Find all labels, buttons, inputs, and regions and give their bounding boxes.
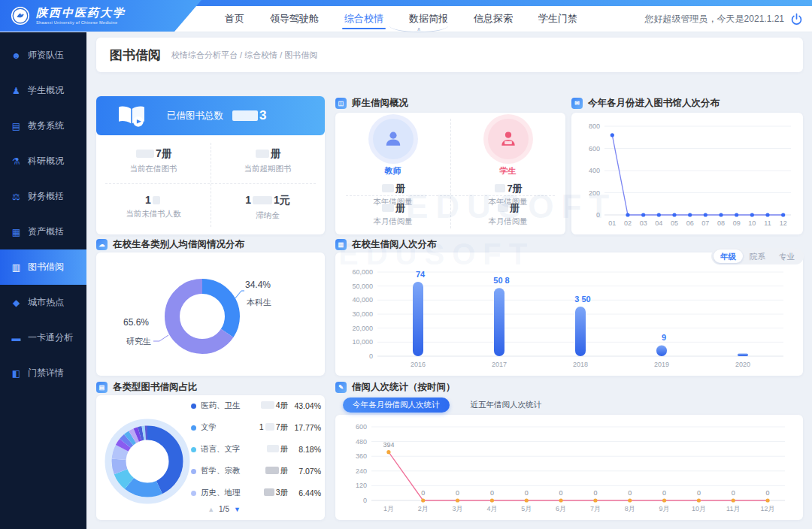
hotspot-icon: ◆	[11, 298, 21, 308]
five-year-stat-button[interactable]: 近五年借阅人次统计	[471, 400, 542, 410]
category-donut-chart	[96, 252, 325, 376]
open-book-icon	[116, 104, 147, 128]
svg-text:2018: 2018	[573, 361, 588, 368]
svg-text:3月: 3月	[453, 505, 463, 512]
sidebar-item-onecard-analysis[interactable]: ▬一卡通分析	[0, 320, 86, 355]
legend-item-language: 语言、文字 册 8.18%	[191, 442, 323, 457]
tab-major[interactable]: 专业	[772, 249, 801, 263]
sidebar-item-access-detail[interactable]: ◧门禁详情	[0, 355, 86, 391]
sidebar-item-city-hotspot[interactable]: ◆城市热点	[0, 285, 86, 320]
svg-text:600: 600	[589, 145, 600, 153]
nav-item-student-access[interactable]: 学生门禁	[526, 6, 590, 32]
sidebar-item-students[interactable]: ♟学生概况	[0, 73, 86, 108]
svg-text:2019: 2019	[654, 361, 669, 368]
monthly-entries-card-header: ✉ 今年各月份进入图书馆人次分布	[571, 97, 720, 110]
svg-text:3 50: 3 50	[574, 295, 590, 304]
nav-item-campus-overview[interactable]: 综合校情	[332, 6, 396, 32]
university-name: 陕西中医药大学	[36, 8, 126, 19]
svg-text:0: 0	[559, 489, 563, 497]
svg-text:10: 10	[748, 219, 756, 227]
stat-overdue-books: 册 当前超期图书	[211, 147, 325, 174]
people-icon: ◫	[335, 98, 347, 109]
sidebar-item-library-borrowing[interactable]: ▥图书借阅	[0, 249, 86, 285]
card-title: 在校生各类别人均借阅情况分布	[113, 238, 244, 251]
student-column: 学生 7册 本年借阅量 册 本月借阅量	[450, 113, 565, 234]
svg-text:08: 08	[717, 219, 725, 227]
svg-text:60,000: 60,000	[352, 268, 373, 276]
svg-text:6月: 6月	[556, 505, 566, 512]
svg-text:03: 03	[640, 219, 647, 227]
svg-text:800: 800	[589, 122, 600, 130]
svg-text:09: 09	[733, 219, 741, 227]
svg-text:12月: 12月	[761, 505, 775, 512]
svg-text:7月: 7月	[590, 505, 601, 512]
legend-dot	[191, 469, 196, 474]
svg-text:0: 0	[421, 489, 425, 497]
svg-text:0: 0	[662, 489, 666, 497]
svg-text:50,000: 50,000	[352, 283, 373, 290]
svg-text:2月: 2月	[418, 505, 429, 512]
borrow-by-time-card-header: ✎ 借阅人次统计（按时间）	[335, 381, 456, 394]
svg-text:9: 9	[662, 333, 666, 342]
svg-text:05: 05	[671, 219, 678, 227]
nav-item-home[interactable]: 首页	[212, 6, 257, 32]
category-share-card: 34.4% 本科生 65.6% 研究生	[96, 252, 325, 376]
svg-text:02: 02	[624, 219, 632, 227]
power-icon[interactable]	[790, 13, 803, 26]
page-down-icon[interactable]: ▼	[234, 506, 241, 513]
total-borrowed-banner: 已借图书总数 3	[96, 96, 325, 135]
svg-text:0: 0	[766, 489, 770, 497]
teacher-student-card: 教师 册 本年借阅量 册 本月借阅量 学生 7册 本年借阅量 册 本月借阅量	[335, 113, 565, 234]
page-title: 图书借阅	[110, 47, 161, 64]
tab-grade[interactable]: 年级	[714, 249, 743, 263]
finance-icon: ⚖	[11, 192, 21, 202]
top-header: 陕西中医药大学 Shaanxi University of Chinese Me…	[0, 0, 812, 32]
sidebar-item-research[interactable]: ⚗科研概况	[0, 144, 86, 179]
user-greeting: 您好超级管理员，今天是2021.1.21	[645, 13, 784, 26]
tab-department[interactable]: 院系	[743, 249, 772, 263]
svg-text:240: 240	[356, 467, 367, 475]
legend-item-literature: 文学 17册 17.77%	[191, 420, 323, 435]
legend-dot	[191, 447, 196, 452]
svg-text:360: 360	[356, 452, 367, 460]
year-dimension-tabs: 年级 院系 专业	[711, 248, 804, 264]
stat-non-borrowers: 1 当前未借书人数	[96, 194, 211, 219]
nav-item-cockpit[interactable]: 领导驾驶舱	[257, 6, 332, 32]
svg-text:0: 0	[628, 489, 632, 497]
nav-item-info-explore[interactable]: 信息探索	[461, 6, 526, 32]
card-icon: ▬	[11, 333, 21, 343]
sidebar-item-assets[interactable]: ▦资产概括	[0, 214, 86, 249]
book-icon: ▥	[11, 262, 21, 273]
card-title: 借阅人次统计（按时间）	[352, 381, 456, 394]
faculty-icon: ☻	[11, 50, 21, 61]
list-icon: ▤	[96, 382, 108, 393]
category-share-card-header: ☁ 在校生各类别人均借阅情况分布	[96, 238, 244, 251]
svg-text:20,000: 20,000	[352, 325, 373, 332]
library-borrowing-dashboard: { "header": { "logo": {"name_cn": "陕西中医药…	[0, 0, 812, 529]
sidebar-item-faculty[interactable]: ☻师资队伍	[0, 38, 86, 73]
legend-item-medicine: 医药、卫生 4册 43.04%	[191, 398, 323, 413]
svg-text:2016: 2016	[411, 361, 426, 368]
legend-dot	[191, 404, 196, 409]
student-avatar	[488, 119, 529, 159]
page-up-icon[interactable]: ▲	[208, 506, 214, 513]
book-type-card-header: ▤ 各类型图书借阅占比	[96, 381, 198, 394]
legend-item-philosophy: 哲学、宗教 册 7.07%	[191, 464, 323, 479]
svg-text:0: 0	[456, 489, 459, 497]
svg-text:11: 11	[764, 219, 771, 227]
card-title: 师生借阅概况	[352, 97, 408, 110]
card-title: 在校生借阅人次分布	[352, 238, 437, 251]
monthly-stat-button[interactable]: 今年各月份借阅人次统计	[343, 398, 450, 413]
svg-text:600: 600	[356, 423, 367, 431]
svg-text:10,000: 10,000	[352, 338, 373, 346]
total-borrowed-label: 已借图书总数	[167, 110, 223, 122]
pencil-icon: ✎	[335, 382, 347, 393]
door-icon: ◧	[11, 368, 21, 379]
research-icon: ⚗	[11, 156, 21, 167]
book-type-donut-chart	[96, 395, 325, 520]
svg-text:12: 12	[780, 219, 787, 227]
breadcrumb: 校情综合分析平台 / 综合校情 / 图书借阅	[171, 50, 317, 61]
page-indicator: 1/5	[219, 505, 229, 513]
sidebar-item-academic-system[interactable]: ▤教务系统	[0, 108, 86, 144]
sidebar-item-finance[interactable]: ⚖财务概括	[0, 179, 86, 214]
